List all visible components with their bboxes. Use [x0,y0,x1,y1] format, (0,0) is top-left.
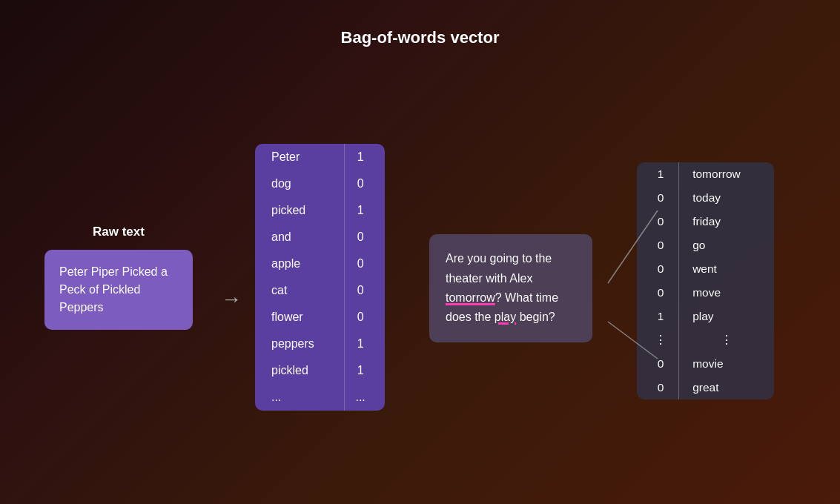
bow-value: 0 [344,304,385,331]
bow-row: and0 [255,224,385,251]
right-bow-row: 0move [637,281,774,305]
bow-value: ... [344,384,385,411]
right-bow-word: great [679,376,774,399]
right-bow-word: tomorrow [679,162,774,186]
sentence-after-play: begin? [516,311,555,323]
bow-row: apple0 [255,251,385,277]
bow-value: 0 [344,170,385,197]
raw-text-label: Raw text [93,225,145,239]
right-bow-row: 0went [637,257,774,281]
bow-table-right: 1tomorrow0today0friday0go0went0move1play… [637,162,774,399]
right-bow-word: go [679,233,774,257]
right-bow-word: friday [679,210,774,233]
right-bow-word: ⋮ [679,328,774,352]
bow-row: ...... [255,384,385,411]
sentence-before-tomorrow: Are you going to the theater with Alex [446,252,552,284]
right-bow-word: today [679,186,774,210]
bow-value: 0 [344,251,385,277]
bow-value: 0 [344,224,385,251]
raw-text-section: Raw text Peter Piper Picked a Peck of Pi… [44,225,193,330]
right-bow-word: play [679,305,774,328]
bow-word: dog [255,170,344,197]
right-bow-word: movie [679,352,774,376]
bow-row: Peter1 [255,144,385,170]
bow-word: ... [255,384,344,411]
right-bow-value: 0 [637,257,679,281]
bow-row: peppers1 [255,331,385,357]
bow-table-left: Peter1dog0picked1and0apple0cat0flower0pe… [255,144,385,411]
right-bow-value: 1 [637,305,679,328]
right-bow-row: 0go [637,233,774,257]
sentence-play: play [495,311,516,323]
right-bow-value: 0 [637,376,679,399]
bow-row: dog0 [255,170,385,197]
bow-value: 1 [344,331,385,357]
right-bow-value: ⋮ [637,328,679,352]
right-bow-word: move [679,281,774,305]
bow-row: pickled1 [255,357,385,384]
right-bow-row: ⋮⋮ [637,328,774,352]
right-bow-row: 0friday [637,210,774,233]
bow-row: flower0 [255,304,385,331]
right-bow-row: 0movie [637,352,774,376]
right-bow-value: 0 [637,186,679,210]
bow-word: Peter [255,144,344,170]
right-bow-value: 1 [637,162,679,186]
right-bow-value: 0 [637,352,679,376]
sentence-tomorrow: tomorrow [446,291,495,304]
right-bow-value: 0 [637,233,679,257]
raw-text-box: Peter Piper Picked a Peck of Pickled Pep… [44,250,193,330]
right-bow-value: 0 [637,210,679,233]
bow-row: cat0 [255,277,385,304]
bow-word: apple [255,251,344,277]
bow-value: 1 [344,357,385,384]
bow-word: peppers [255,331,344,357]
bow-word: pickled [255,357,344,384]
right-bow-value: 0 [637,281,679,305]
right-bow-row: 0great [637,376,774,399]
right-bow-word: went [679,257,774,281]
bow-row: picked1 [255,197,385,224]
bow-word: and [255,224,344,251]
right-bow-row: 1tomorrow [637,162,774,186]
bow-value: 0 [344,277,385,304]
bow-word: cat [255,277,344,304]
bow-value: 1 [344,144,385,170]
arrow-icon: → [221,288,242,311]
right-bow-row: 1play [637,305,774,328]
bow-word: picked [255,197,344,224]
bow-word: flower [255,304,344,331]
bow-value: 1 [344,197,385,224]
right-bow-row: 0today [637,186,774,210]
page-title: Bag-of-words vector [0,0,840,47]
sentence-box: Are you going to the theater with Alex t… [429,234,592,342]
